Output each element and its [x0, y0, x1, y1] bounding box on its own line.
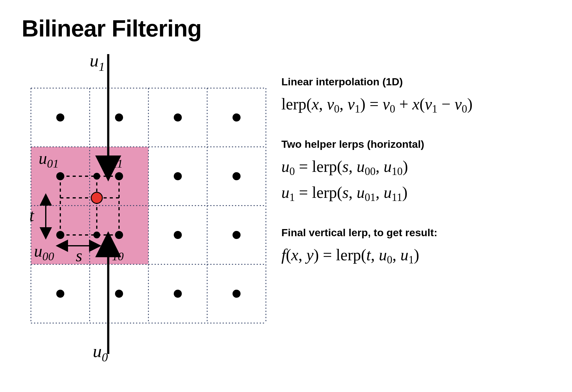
- equations-column: Linear interpolation (1D) lerp(x, v0, v1…: [269, 51, 550, 289]
- label-u1: u1: [90, 51, 105, 74]
- grid-lines: [31, 88, 266, 323]
- svg-point-22: [56, 290, 64, 298]
- svg-point-23: [115, 290, 123, 298]
- label-u0: u0: [93, 341, 108, 364]
- svg-point-21: [233, 231, 241, 239]
- svg-point-25: [233, 290, 241, 298]
- eq-heading-final: Final vertical lerp, to get result:: [281, 227, 550, 239]
- eq-block-helpers: Two helper lerps (horizontal) u0 = lerp(…: [281, 138, 550, 205]
- svg-point-32: [93, 173, 100, 180]
- diagram: u1 u0 u01 u11 u00 u10 s t: [22, 51, 269, 366]
- svg-point-10: [56, 113, 64, 121]
- svg-point-11: [115, 113, 123, 121]
- sample-point: [91, 192, 102, 203]
- eq-heading-lerp: Linear interpolation (1D): [281, 76, 550, 88]
- label-t: t: [29, 206, 35, 225]
- label-s: s: [76, 246, 82, 265]
- eq-final: f(x, y) = lerp(t, u0, u1): [281, 244, 550, 267]
- svg-point-13: [233, 113, 241, 121]
- bilinear-diagram-svg: u1 u0 u01 u11 u00 u10 s t: [22, 51, 269, 366]
- svg-point-17: [233, 172, 241, 180]
- svg-point-12: [174, 113, 182, 121]
- eq-block-final: Final vertical lerp, to get result: f(x,…: [281, 227, 550, 267]
- content-row: u1 u0 u01 u11 u00 u10 s t: [22, 51, 550, 366]
- page-title: Bilinear Filtering: [22, 15, 550, 42]
- eq-lerp: lerp(x, v0, v1) = v0 + x(v1 − v0): [281, 93, 550, 117]
- eq-u1: u1 = lerp(s, u01, u11): [281, 182, 550, 205]
- svg-point-24: [174, 290, 182, 298]
- eq-u0: u0 = lerp(s, u00, u10): [281, 156, 550, 179]
- svg-point-16: [174, 172, 182, 180]
- eq-block-lerp: Linear interpolation (1D) lerp(x, v0, v1…: [281, 76, 550, 117]
- svg-point-20: [174, 231, 182, 239]
- eq-heading-helpers: Two helper lerps (horizontal): [281, 138, 550, 150]
- svg-point-33: [93, 232, 100, 238]
- slide: Bilinear Filtering: [0, 0, 572, 392]
